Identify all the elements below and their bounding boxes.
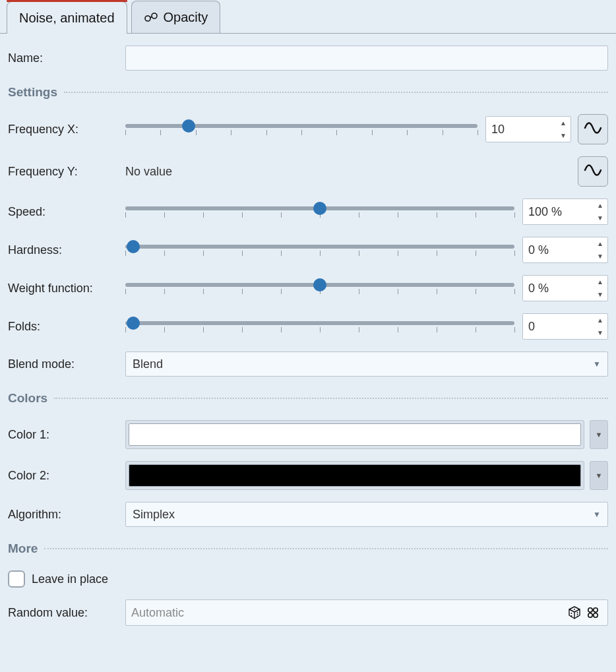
divider bbox=[64, 92, 608, 93]
blend-mode-select[interactable]: Blend ▼ bbox=[125, 351, 608, 377]
speed-label: Speed: bbox=[8, 205, 125, 219]
color2-row: Color 2: ▼ bbox=[8, 461, 608, 490]
wave-icon bbox=[584, 164, 602, 180]
spin-down-icon[interactable]: ▼ bbox=[593, 288, 607, 301]
dice-icon[interactable] bbox=[565, 603, 584, 622]
weight-fn-label: Weight function: bbox=[8, 282, 125, 295]
clover-icon[interactable] bbox=[584, 603, 602, 622]
svg-point-6 bbox=[577, 614, 578, 615]
speed-slider[interactable] bbox=[125, 200, 514, 224]
leave-in-place-row: Leave in place bbox=[8, 570, 608, 588]
speed-value[interactable] bbox=[523, 199, 593, 224]
color1-label: Color 1: bbox=[8, 428, 125, 442]
frequency-y-row: Frequency Y: No value bbox=[8, 156, 608, 187]
name-row: Name: bbox=[8, 46, 608, 71]
hardness-value[interactable] bbox=[523, 237, 593, 262]
weight-fn-spinner[interactable]: ▲ ▼ bbox=[522, 275, 608, 301]
folds-slider[interactable] bbox=[125, 315, 514, 338]
svg-point-9 bbox=[594, 608, 598, 612]
random-value-placeholder: Automatic bbox=[131, 606, 565, 620]
noise-panel: Noise, animated Opacity Name: Set bbox=[0, 0, 616, 639]
hardness-spinner[interactable]: ▲ ▼ bbox=[522, 237, 608, 263]
frequency-x-curve-button[interactable] bbox=[578, 114, 608, 144]
name-input[interactable] bbox=[125, 46, 608, 71]
tab-label: Noise, animated bbox=[19, 11, 115, 26]
chevron-down-icon: ▼ bbox=[596, 472, 603, 479]
svg-point-4 bbox=[571, 615, 572, 617]
chevron-down-icon: ▼ bbox=[593, 359, 601, 369]
color2-swatch[interactable] bbox=[125, 461, 584, 490]
tab-label: Opacity bbox=[164, 10, 208, 25]
section-more: More bbox=[8, 541, 608, 556]
blend-mode-row: Blend mode: Blend ▼ bbox=[8, 351, 608, 377]
section-colors: Colors bbox=[8, 391, 608, 406]
tab-noise-animated[interactable]: Noise, animated bbox=[7, 1, 127, 34]
spin-up-icon[interactable]: ▲ bbox=[593, 314, 607, 326]
leave-in-place-label: Leave in place bbox=[32, 572, 108, 586]
spin-up-icon[interactable]: ▲ bbox=[556, 117, 570, 129]
frequency-x-spinner[interactable]: ▲ ▼ bbox=[485, 116, 571, 142]
folds-label: Folds: bbox=[8, 320, 125, 334]
folds-value[interactable] bbox=[523, 314, 593, 339]
frequency-y-novalue: No value bbox=[125, 165, 578, 179]
name-label: Name: bbox=[8, 51, 125, 65]
tab-opacity[interactable]: Opacity bbox=[131, 1, 221, 33]
tab-bar: Noise, animated Opacity bbox=[0, 0, 616, 34]
algorithm-label: Algorithm: bbox=[8, 508, 125, 522]
svg-point-10 bbox=[588, 613, 592, 617]
spin-up-icon[interactable]: ▲ bbox=[593, 199, 607, 212]
chevron-down-icon: ▼ bbox=[596, 431, 603, 439]
algorithm-value: Simplex bbox=[133, 508, 175, 522]
svg-point-3 bbox=[571, 613, 572, 614]
divider bbox=[44, 548, 608, 549]
leave-in-place-checkbox[interactable] bbox=[8, 570, 25, 588]
spin-down-icon[interactable]: ▼ bbox=[593, 250, 607, 262]
folds-row: Folds: ▲ ▼ bbox=[8, 313, 608, 340]
spin-down-icon[interactable]: ▼ bbox=[593, 326, 607, 339]
frequency-x-label: Frequency X: bbox=[8, 123, 125, 137]
folds-spinner[interactable]: ▲ ▼ bbox=[522, 313, 608, 340]
spin-down-icon[interactable]: ▼ bbox=[593, 212, 607, 224]
svg-point-5 bbox=[577, 612, 578, 613]
frequency-x-value[interactable] bbox=[486, 117, 556, 142]
hardness-row: Hardness: ▲ ▼ bbox=[8, 237, 608, 263]
divider bbox=[54, 398, 608, 399]
svg-point-1 bbox=[152, 13, 157, 18]
hardness-label: Hardness: bbox=[8, 243, 125, 257]
svg-point-11 bbox=[594, 613, 598, 617]
color2-label: Color 2: bbox=[8, 469, 125, 483]
color1-swatch[interactable] bbox=[125, 420, 584, 449]
blend-mode-label: Blend mode: bbox=[8, 357, 125, 371]
frequency-y-label: Frequency Y: bbox=[8, 165, 125, 179]
hardness-slider[interactable] bbox=[125, 238, 514, 262]
random-value-label: Random value: bbox=[8, 606, 125, 620]
spin-down-icon[interactable]: ▼ bbox=[556, 129, 570, 142]
weight-fn-value[interactable] bbox=[523, 276, 593, 301]
algorithm-select[interactable]: Simplex ▼ bbox=[125, 502, 608, 527]
random-value-row: Random value: Automatic bbox=[8, 599, 608, 626]
random-value-input[interactable]: Automatic bbox=[125, 599, 608, 626]
algorithm-row: Algorithm: Simplex ▼ bbox=[8, 502, 608, 527]
weight-fn-row: Weight function: ▲ ▼ bbox=[8, 275, 608, 301]
frequency-x-slider[interactable] bbox=[125, 117, 477, 141]
weight-fn-slider[interactable] bbox=[125, 276, 514, 300]
wave-icon bbox=[584, 121, 602, 138]
color1-dropdown[interactable]: ▼ bbox=[590, 420, 608, 449]
svg-point-7 bbox=[577, 616, 578, 617]
frequency-x-row: Frequency X: ▲ ▼ bbox=[8, 114, 608, 144]
spin-up-icon[interactable]: ▲ bbox=[593, 237, 607, 250]
section-settings: Settings bbox=[8, 85, 608, 100]
frequency-y-curve-button[interactable] bbox=[578, 156, 608, 187]
color1-row: Color 1: ▼ bbox=[8, 420, 608, 449]
color2-dropdown[interactable]: ▼ bbox=[590, 461, 608, 490]
link-icon bbox=[144, 11, 158, 23]
spin-up-icon[interactable]: ▲ bbox=[593, 276, 607, 288]
speed-spinner[interactable]: ▲ ▼ bbox=[522, 199, 608, 225]
svg-point-8 bbox=[588, 608, 592, 612]
chevron-down-icon: ▼ bbox=[593, 510, 601, 519]
blend-mode-value: Blend bbox=[133, 357, 163, 371]
svg-point-0 bbox=[145, 16, 150, 21]
speed-row: Speed: ▲ ▼ bbox=[8, 199, 608, 225]
svg-point-2 bbox=[574, 609, 575, 610]
